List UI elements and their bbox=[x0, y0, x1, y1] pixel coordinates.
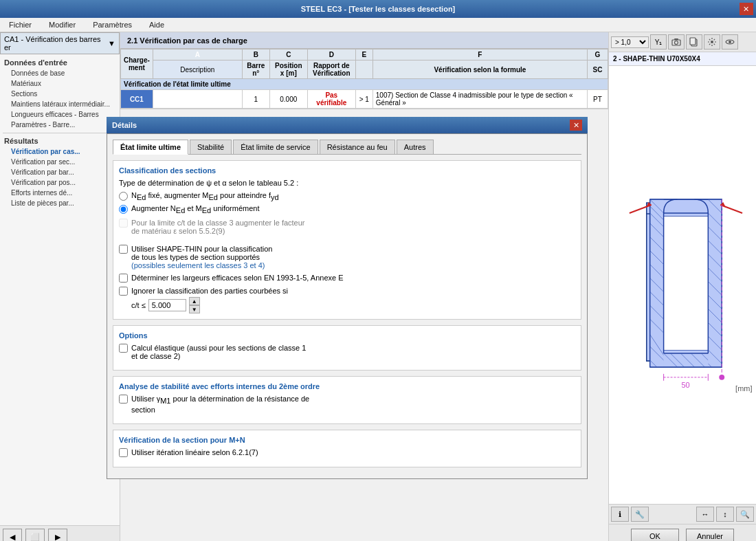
sidebar-dropdown-label: CA1 - Vérification des barres er bbox=[4, 35, 108, 52]
checkbox-ignorer-input[interactable] bbox=[119, 287, 128, 296]
menu-parametres[interactable]: Paramètres bbox=[89, 19, 135, 30]
svg-text:50: 50 bbox=[681, 381, 689, 389]
checkbox-iteration[interactable]: Utiliser itération linéaire selon 6.2.1(… bbox=[119, 448, 575, 457]
tab-autres[interactable]: Autres bbox=[397, 140, 434, 154]
sidebar-item-liste[interactable]: Liste de pièces par... bbox=[3, 198, 117, 208]
radio2-label: Augmenter NEd et MEd uniformément bbox=[131, 204, 260, 214]
menu-bar: Fichier Modifier Paramètres Aide bbox=[0, 18, 756, 32]
results-group: Résultats Vérification par cas... Vérifi… bbox=[3, 135, 117, 208]
details-dialog: Détails ✕ État limite ultime Stabilité É… bbox=[107, 117, 588, 479]
header-charge: Charge-ment bbox=[121, 49, 153, 79]
checkbox-shape-thin[interactable]: Utiliser SHAPE-THIN pour la classificati… bbox=[119, 245, 575, 269]
tab-stabilite[interactable]: Stabilité bbox=[190, 140, 232, 154]
subheader-sc: SC bbox=[588, 60, 608, 79]
shape-canvas: 50 [mm] bbox=[609, 66, 756, 504]
checkbox-gamma-m1-label: Utiliser γM1 pour la détermination de la… bbox=[131, 395, 309, 413]
toolbar-camera-button[interactable] bbox=[668, 34, 685, 49]
nav-home-button[interactable]: ⬜ bbox=[25, 529, 45, 541]
checkbox-calcul-elastique[interactable]: Calcul élastique (aussi pour les section… bbox=[119, 344, 575, 360]
section-verif-section: Vérification de la section pour M+N Util… bbox=[113, 430, 581, 467]
svg-point-1 bbox=[675, 41, 678, 45]
annuler-button[interactable]: Annuler bbox=[686, 529, 734, 541]
menu-modifier[interactable]: Modifier bbox=[45, 19, 79, 30]
classification-section: Classification des sections Type de déte… bbox=[113, 160, 581, 320]
spinner-up[interactable]: ▲ bbox=[189, 297, 200, 305]
sidebar-item-donnees-base[interactable]: Données de base bbox=[3, 68, 117, 78]
measure-h-button[interactable]: ↔ bbox=[696, 507, 714, 522]
sidebar-item-materiaux[interactable]: Matériaux bbox=[3, 78, 117, 89]
toolbar-copy-button[interactable] bbox=[686, 34, 702, 49]
shape-title: 2 - SHAPE-THIN U70X50X4 bbox=[609, 52, 756, 66]
wrench-button[interactable]: 🔧 bbox=[631, 507, 649, 522]
sidebar-item-longueurs[interactable]: Longueurs efficaces - Barres bbox=[3, 109, 117, 120]
section-title: 2.1 Vérification par cas de charge bbox=[127, 36, 247, 45]
checkbox-iteration-label: Utiliser itération linéaire selon 6.2.1(… bbox=[131, 448, 258, 456]
right-panel: > 1,0 Y₁ 2 - SHAPE-THIN U70X50X4 bbox=[608, 32, 756, 541]
radio-ned-fixed[interactable] bbox=[119, 192, 128, 201]
sidebar-item-verif-cas[interactable]: Vérification par cas... bbox=[3, 146, 117, 157]
cell-result: 1007) Section de Classe 4 inadmissible p… bbox=[373, 90, 587, 109]
header-g: G bbox=[588, 49, 608, 60]
ok-button[interactable]: OK bbox=[631, 529, 679, 541]
subheader-e bbox=[355, 60, 373, 79]
svg-rect-4 bbox=[690, 38, 696, 45]
radio-option1[interactable]: NEd fixé, augmenter MEd pour atteindre f… bbox=[119, 191, 575, 201]
right-toolbar-select[interactable]: > 1,0 bbox=[611, 36, 649, 48]
tab-etat-limite-service[interactable]: État limite de service bbox=[233, 140, 318, 154]
toolbar-eye-button[interactable] bbox=[722, 34, 738, 49]
toolbar-y1-button[interactable]: Y₁ bbox=[650, 34, 667, 49]
input-group-label: Données d'entrée bbox=[3, 57, 117, 68]
checkbox-iteration-input[interactable] bbox=[119, 448, 128, 457]
elt-spinner[interactable]: ▲ ▼ bbox=[189, 297, 200, 313]
subheader-position: Positionx [m] bbox=[269, 60, 307, 79]
spinner-down[interactable]: ▼ bbox=[189, 305, 200, 313]
checkbox-shape-thin-input[interactable] bbox=[119, 245, 128, 254]
header-a: A bbox=[153, 49, 242, 60]
cell-desc bbox=[153, 90, 242, 109]
shape-svg: 50 [mm] bbox=[609, 66, 756, 504]
menu-aide[interactable]: Aide bbox=[146, 19, 168, 30]
subtable-header: Vérification de l'état limite ultime bbox=[121, 79, 608, 90]
info-button[interactable]: ℹ bbox=[611, 507, 629, 522]
dialog-close-button[interactable]: ✕ bbox=[570, 120, 582, 131]
cell-charge: CC1 bbox=[121, 90, 153, 109]
section-header: 2.1 Vérification par cas de charge bbox=[120, 32, 608, 49]
sidebar-dropdown[interactable]: CA1 - Vérification des barres er ▼ bbox=[0, 32, 120, 54]
radio1-label: NEd fixé, augmenter MEd pour atteindre f… bbox=[131, 191, 279, 201]
checkbox-elastique-input[interactable] bbox=[119, 344, 128, 353]
sidebar-item-verif-sec[interactable]: Vérification par sec... bbox=[3, 157, 117, 167]
sidebar-item-verif-bar[interactable]: Vérification par bar... bbox=[3, 167, 117, 177]
sidebar-dropdown-arrow: ▼ bbox=[108, 39, 115, 47]
checkbox-largeurs-efficaces[interactable]: Déterminer les largeurs efficaces selon … bbox=[119, 274, 575, 283]
header-e: E bbox=[355, 49, 373, 60]
sidebar-item-sections[interactable]: Sections bbox=[3, 89, 117, 99]
app-close-button[interactable]: ✕ bbox=[740, 3, 753, 15]
sidebar-item-parametres[interactable]: Paramètres - Barre... bbox=[3, 120, 117, 130]
sidebar-item-efforts[interactable]: Efforts internes dé... bbox=[3, 188, 117, 198]
sidebar-item-verif-pos[interactable]: Vérification par pos... bbox=[3, 177, 117, 188]
measure-v-button[interactable]: ↕ bbox=[716, 507, 734, 522]
tab-resistance-feu[interactable]: Résistance au feu bbox=[320, 140, 395, 154]
nav-prev-button[interactable]: ◀ bbox=[3, 529, 22, 541]
zoom-button[interactable]: 🔍 bbox=[736, 507, 754, 522]
header-c: C bbox=[269, 49, 307, 60]
checkbox-ignorer[interactable]: Ignorer la classification des parties co… bbox=[119, 287, 288, 296]
checkbox-largeurs-input[interactable] bbox=[119, 274, 128, 283]
stability-section: Analyse de stabilité avec efforts intern… bbox=[113, 376, 581, 423]
nav-next-button[interactable]: ▶ bbox=[48, 529, 67, 541]
elt-input[interactable] bbox=[148, 299, 186, 311]
radio-option2[interactable]: Augmenter NEd et MEd uniformément bbox=[119, 204, 575, 214]
sidebar-item-maintiens[interactable]: Maintiens latéraux intermédiair... bbox=[3, 99, 117, 109]
table-row: CC1 1 0.000 Pas vérifiable > 1 1007) Sec… bbox=[121, 90, 608, 109]
menu-fichier[interactable]: Fichier bbox=[5, 19, 35, 30]
checkbox-ignorer-label: Ignorer la classification des parties co… bbox=[131, 287, 288, 295]
tab-etat-limite-ultime[interactable]: État limite ultime bbox=[113, 140, 188, 155]
svg-point-70 bbox=[719, 375, 724, 380]
checkbox-gamma-m1[interactable]: Utiliser γM1 pour la détermination de la… bbox=[119, 395, 575, 413]
options-section: Options Calcul élastique (aussi pour les… bbox=[113, 325, 581, 371]
radio-augmenter[interactable] bbox=[119, 205, 128, 214]
checkbox-classe3: Pour la limite c/t de la classe 3 augmen… bbox=[119, 219, 575, 235]
checkbox-gamma-m1-input[interactable] bbox=[119, 395, 128, 404]
toolbar-settings-button[interactable] bbox=[704, 34, 720, 49]
table-wrapper: Charge-ment A B C D E F G Description Ba… bbox=[120, 49, 608, 109]
